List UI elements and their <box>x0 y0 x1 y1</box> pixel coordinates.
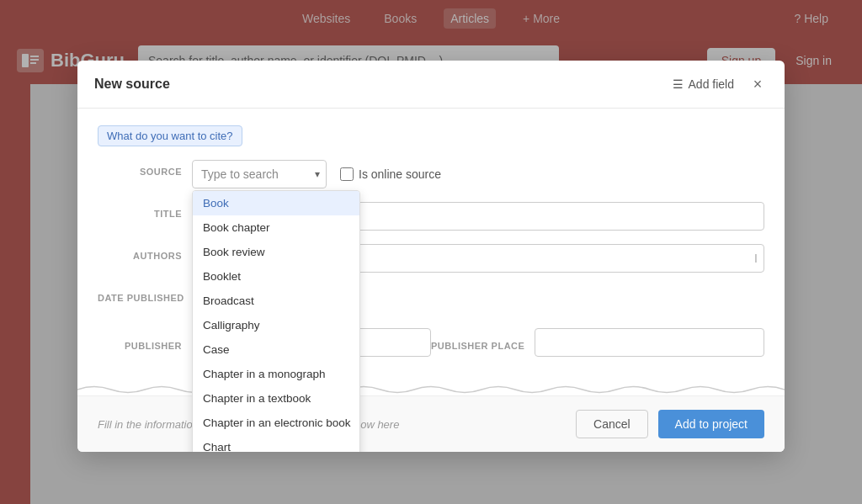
online-source-label[interactable]: Is online source <box>340 167 441 181</box>
publisher-place-label: PUBLISHER PLACE <box>431 334 524 351</box>
cursor-icon: I <box>754 252 758 265</box>
dropdown-item-1[interactable]: Book chapter <box>193 215 359 240</box>
footer-actions: Cancel Add to project <box>576 410 764 438</box>
source-row: SOURCE Type to search ▾ Book Book chapt <box>98 160 764 188</box>
modal-header: New source ☰ Add field × <box>77 61 785 109</box>
what-cite-badge[interactable]: What do you want to cite? <box>98 125 242 146</box>
title-label: TITLE <box>98 202 182 219</box>
dropdown-item-10[interactable]: Chart <box>193 435 359 452</box>
cancel-button[interactable]: Cancel <box>576 410 648 438</box>
dropdown-item-3[interactable]: Booklet <box>193 264 359 289</box>
publisher-place-input[interactable] <box>535 328 764 357</box>
close-button[interactable]: × <box>748 74 768 94</box>
dropdown-item-2[interactable]: Book review <box>193 240 359 264</box>
add-field-label: Add field <box>689 77 734 91</box>
modal-footer: Fill in the information and the bibliogr… <box>77 395 785 452</box>
source-dropdown-list: Book Book chapter Book review Booklet Br… <box>192 190 360 452</box>
add-to-project-button[interactable]: Add to project <box>658 410 764 438</box>
modal-title: New source <box>94 77 170 92</box>
dropdown-item-9[interactable]: Chapter in an electronic book <box>193 411 359 435</box>
publisher-label: PUBLISHER <box>98 334 182 351</box>
source-dropdown-trigger[interactable]: Type to search ▾ <box>192 160 327 188</box>
add-field-icon: ☰ <box>673 77 684 91</box>
dropdown-item-7[interactable]: Chapter in a monograph <box>193 362 359 386</box>
online-source-checkbox[interactable] <box>340 167 354 181</box>
date-label: DATE PUBLISHED <box>98 286 184 303</box>
online-source-text: Is online source <box>359 167 441 181</box>
dropdown-item-0[interactable]: Book <box>193 191 359 215</box>
add-field-button[interactable]: ☰ Add field <box>673 77 734 91</box>
dropdown-item-5[interactable]: Calligraphy <box>193 313 359 337</box>
modal-header-right: ☰ Add field × <box>673 74 768 94</box>
modal-body: What do you want to cite? SOURCE Type to… <box>77 109 785 384</box>
source-label: SOURCE <box>98 160 182 177</box>
wavy-divider <box>77 384 785 395</box>
new-source-modal: New source ☰ Add field × What do you wan… <box>77 61 785 452</box>
dropdown-item-4[interactable]: Broadcast <box>193 289 359 313</box>
dropdown-item-8[interactable]: Chapter in a textbook <box>193 386 359 411</box>
dropdown-item-6[interactable]: Case <box>193 337 359 362</box>
source-controls: Type to search ▾ Book Book chapter Book … <box>192 160 764 188</box>
source-placeholder: Type to search <box>201 167 279 181</box>
publisher-place-section: PUBLISHER PLACE <box>431 328 764 357</box>
source-dropdown-wrapper: Type to search ▾ Book Book chapter Book … <box>192 160 327 188</box>
authors-label: AUTHORS <box>98 244 182 261</box>
